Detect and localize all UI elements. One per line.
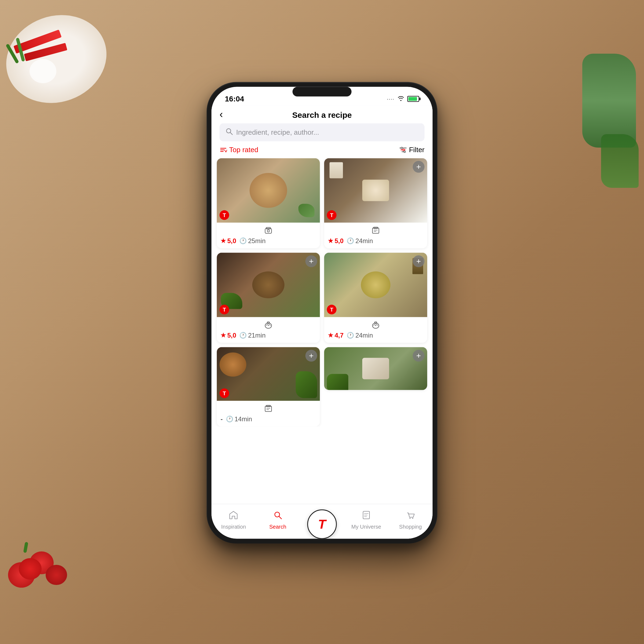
- star-icon-3: ★: [221, 332, 226, 339]
- veggie2-decoration: [601, 134, 639, 188]
- search-icon: [225, 128, 233, 137]
- nav-search[interactable]: Search: [256, 510, 300, 530]
- phone-outer: 16:04 ····: [207, 82, 437, 544]
- recipe-card-4[interactable]: + T: [324, 253, 427, 343]
- rating-5: -: [221, 415, 223, 423]
- nav-inspiration[interactable]: Inspiration: [211, 510, 256, 530]
- top-rated-label: Top rated: [229, 146, 258, 154]
- add-btn-4[interactable]: +: [413, 255, 425, 267]
- wifi-icon: [397, 95, 405, 103]
- my-universe-icon: [361, 510, 371, 522]
- author-badge-2: T: [327, 210, 336, 220]
- nav-inspiration-label: Inspiration: [221, 524, 246, 530]
- recipe-info-1: ★ 5,0 🕐 25min: [217, 223, 320, 248]
- recipe-info-3: ★ 5,0 🕐 21min: [217, 317, 320, 343]
- time-2: 🕐 24min: [347, 237, 373, 245]
- recipe-card-5[interactable]: + T: [217, 347, 320, 427]
- back-button[interactable]: ‹: [219, 109, 223, 120]
- author-badge-5: T: [219, 389, 229, 398]
- recipe-card-3[interactable]: + T: [217, 253, 320, 343]
- star-icon-4: ★: [328, 332, 333, 339]
- appliance-5: [221, 404, 316, 414]
- nav-shopping[interactable]: Shopping: [388, 510, 433, 530]
- star-icon-2: ★: [328, 237, 333, 244]
- time-4: 🕐 24min: [347, 332, 373, 339]
- author-badge-1: T: [219, 210, 229, 220]
- appliance-3: [221, 320, 316, 330]
- clock-icon-1: 🕐: [239, 237, 247, 244]
- rating-1: ★ 5,0: [221, 237, 236, 245]
- clock-icon-3: 🕐: [239, 332, 247, 339]
- svg-point-33: [412, 518, 413, 519]
- clock-icon-5: 🕐: [226, 416, 233, 423]
- search-placeholder: Ingredient, recipe, author...: [236, 128, 319, 137]
- tomato-decoration: [3, 510, 89, 590]
- status-icons: ····: [387, 95, 419, 103]
- recipe-card-1[interactable]: T ★: [217, 158, 320, 248]
- filter-button[interactable]: Filter: [399, 146, 425, 154]
- search-bar[interactable]: Ingredient, recipe, author...: [219, 123, 425, 141]
- nav-my-universe[interactable]: My Universe: [344, 510, 388, 530]
- phone-screen: 16:04 ····: [211, 87, 433, 539]
- nav-search-label: Search: [269, 524, 286, 530]
- dynamic-island: [292, 87, 352, 97]
- page-title: Search a recipe: [292, 111, 352, 119]
- recipe-info-5: - 🕐 14min: [217, 401, 320, 427]
- svg-point-0: [226, 129, 231, 133]
- bottom-nav: Inspiration Search T: [211, 504, 433, 539]
- author-badge-3: T: [219, 305, 229, 314]
- appliance-1: [221, 226, 316, 236]
- app-header: ‹ Search a recipe: [211, 106, 433, 123]
- clock-icon-4: 🕐: [347, 332, 354, 339]
- time-3: 🕐 21min: [239, 332, 265, 339]
- status-time: 16:04: [225, 95, 244, 103]
- recipe-info-2: ★ 5,0 🕐 24min: [324, 223, 427, 248]
- battery-icon: [407, 96, 419, 102]
- recipe-meta-1: ★ 5,0 🕐 25min: [221, 237, 316, 245]
- signal-dots: ····: [387, 96, 394, 102]
- add-btn-6[interactable]: +: [413, 350, 425, 362]
- rating-4: ★ 4,7: [328, 332, 343, 339]
- add-btn-2[interactable]: +: [413, 161, 425, 173]
- add-btn-3[interactable]: +: [305, 255, 317, 267]
- nav-shopping-label: Shopping: [399, 524, 422, 530]
- svg-point-9: [403, 149, 404, 151]
- top-rated-button[interactable]: Top rated: [219, 146, 258, 154]
- rating-2: ★ 5,0: [328, 237, 343, 245]
- phone-wrapper: 16:04 ····: [207, 82, 437, 544]
- search-icon-nav: [273, 510, 283, 522]
- svg-point-32: [409, 518, 411, 519]
- svg-line-27: [279, 517, 281, 519]
- svg-point-8: [401, 147, 403, 149]
- radish-decoration: [8, 21, 102, 97]
- recipe-card-2[interactable]: + T: [324, 158, 427, 248]
- recipe-meta-5: - 🕐 14min: [221, 415, 316, 423]
- star-icon-1: ★: [221, 237, 226, 244]
- recipe-meta-3: ★ 5,0 🕐 21min: [221, 332, 316, 339]
- tefal-center-button[interactable]: T: [307, 509, 337, 539]
- veggie-decoration: [582, 54, 636, 148]
- clock-icon-2: 🕐: [347, 237, 354, 244]
- rating-3: ★ 5,0: [221, 332, 236, 339]
- recipe-meta-2: ★ 5,0 🕐 24min: [328, 237, 423, 245]
- svg-point-13: [267, 230, 269, 232]
- app-content: ‹ Search a recipe Ingredient, recipe, au…: [211, 106, 433, 504]
- appliance-4: [328, 320, 423, 330]
- appliance-2: [328, 226, 423, 236]
- shopping-icon: [406, 510, 415, 522]
- tefal-t-icon: T: [318, 517, 326, 532]
- time-5: 🕐 14min: [226, 415, 252, 423]
- battery-fill: [408, 97, 417, 101]
- inspiration-icon: [229, 510, 238, 522]
- recipe-grid: T ★: [211, 158, 433, 427]
- svg-point-10: [404, 151, 405, 152]
- author-badge-4: T: [327, 305, 336, 314]
- add-btn-5[interactable]: +: [305, 350, 317, 362]
- filter-label: Filter: [409, 146, 425, 154]
- recipe-meta-4: ★ 4,7 🕐 24min: [328, 332, 423, 339]
- recipe-card-6[interactable]: +: [324, 347, 427, 390]
- filter-row: Top rated Filter: [211, 146, 433, 158]
- recipe-info-4: ★ 4,7 🕐 24min: [324, 317, 427, 343]
- svg-line-1: [230, 133, 233, 135]
- time-1: 🕐 25min: [239, 237, 265, 245]
